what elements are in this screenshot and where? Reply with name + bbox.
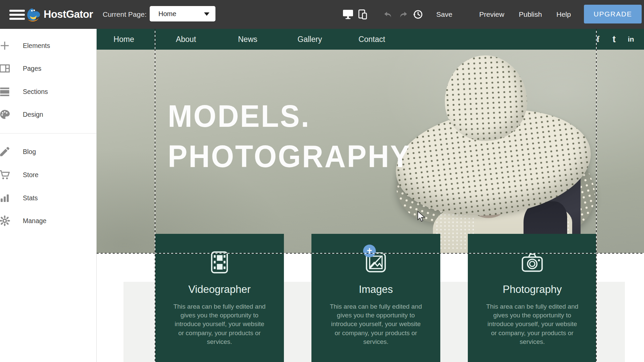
sections-icon	[0, 86, 11, 98]
hostgator-builder-window: HostGator Current Page: Home Save Pre	[0, 0, 644, 362]
site-nav-about[interactable]: About	[176, 35, 196, 44]
sidebar-item-stats[interactable]: Stats	[0, 191, 96, 205]
sidebar-label: Elements	[23, 42, 50, 50]
site-nav-news[interactable]: News	[238, 35, 257, 44]
cart-icon	[0, 169, 11, 181]
sidebar-item-manage[interactable]: Manage	[0, 214, 96, 227]
top-toolbar: HostGator Current Page: Home Save Pre	[0, 0, 644, 29]
hero-title[interactable]: MODELS. PHOTOGRAPHY	[168, 96, 411, 176]
card-body: This area can be fully edited and gives …	[486, 302, 579, 346]
sidebar-item-store[interactable]: Store	[0, 168, 96, 182]
undo-icon[interactable]	[383, 9, 393, 20]
pages-icon	[0, 62, 11, 74]
facebook-icon[interactable]: f	[597, 34, 600, 44]
sidebar-item-blog[interactable]: Blog	[0, 145, 96, 158]
page-select-dropdown[interactable]: Home	[150, 6, 215, 21]
gator-mascot-icon	[26, 6, 42, 22]
selection-outline-right	[596, 29, 597, 362]
redo-icon[interactable]	[398, 9, 409, 20]
save-button[interactable]: Save	[436, 10, 452, 18]
plus-icon	[0, 40, 11, 52]
publish-button[interactable]: Publish	[519, 10, 542, 18]
history-icon[interactable]	[412, 9, 424, 20]
site-nav-contact[interactable]: Contact	[358, 35, 385, 44]
upgrade-button[interactable]: UPGRADE	[584, 5, 642, 23]
mobile-icon[interactable]	[357, 9, 368, 20]
hero-title-line1: MODELS.	[168, 96, 411, 136]
site-nav-home[interactable]: Home	[113, 35, 134, 44]
sidebar-divider	[0, 133, 96, 134]
twitter-icon[interactable]: t	[612, 34, 615, 45]
sidebar-label: Design	[23, 111, 43, 118]
gear-icon	[0, 215, 11, 227]
page-select-value: Home	[158, 10, 176, 18]
selection-outline-left	[155, 29, 155, 362]
linkedin-icon[interactable]: in	[628, 35, 634, 43]
card-body: This area can be fully edited and gives …	[173, 302, 266, 346]
sidebar-label: Manage	[23, 217, 46, 225]
site-nav-gallery[interactable]: Gallery	[298, 35, 322, 44]
palette-icon	[0, 108, 11, 120]
hero-title-line2: PHOTOGRAPHY	[168, 136, 411, 176]
card-title: Images	[311, 283, 440, 296]
sidebar-label: Stats	[23, 194, 38, 202]
hamburger-icon[interactable]	[9, 10, 25, 20]
bar-chart-icon	[0, 192, 11, 204]
sidebar-label: Pages	[23, 65, 41, 72]
site-navbar: Home About News Gallery Contact f t in	[97, 29, 644, 50]
hero-section[interactable]: MODELS. PHOTOGRAPHY	[97, 50, 644, 254]
sidebar-label: Blog	[23, 148, 36, 156]
card-body: This area can be fully edited and gives …	[330, 302, 422, 346]
camera-icon	[520, 250, 545, 275]
editor-sidebar: Elements Pages Sections De	[0, 29, 97, 362]
site-preview-canvas: Home About News Gallery Contact f t in	[97, 29, 644, 362]
preview-button[interactable]: Preview	[479, 10, 504, 18]
help-button[interactable]: Help	[556, 10, 571, 18]
desktop-icon[interactable]	[342, 9, 354, 19]
film-icon	[207, 250, 232, 275]
sidebar-item-elements[interactable]: Elements	[0, 39, 96, 52]
sidebar-item-sections[interactable]: Sections	[0, 85, 96, 98]
chevron-down-icon	[204, 12, 209, 16]
pencil-icon	[0, 146, 11, 158]
sidebar-label: Store	[23, 171, 39, 179]
selection-outline-bottom	[97, 253, 644, 254]
sidebar-item-design[interactable]: Design	[0, 108, 96, 121]
sidebar-label: Sections	[23, 88, 48, 96]
hostgator-logo: HostGator	[26, 6, 93, 23]
card-title: Photography	[468, 283, 597, 296]
card-title: Videographer	[155, 283, 284, 296]
add-image-badge[interactable]: +	[363, 245, 376, 257]
sidebar-item-pages[interactable]: Pages	[0, 62, 96, 75]
current-page-label: Current Page:	[103, 10, 147, 18]
brand-name: HostGator	[44, 8, 93, 20]
